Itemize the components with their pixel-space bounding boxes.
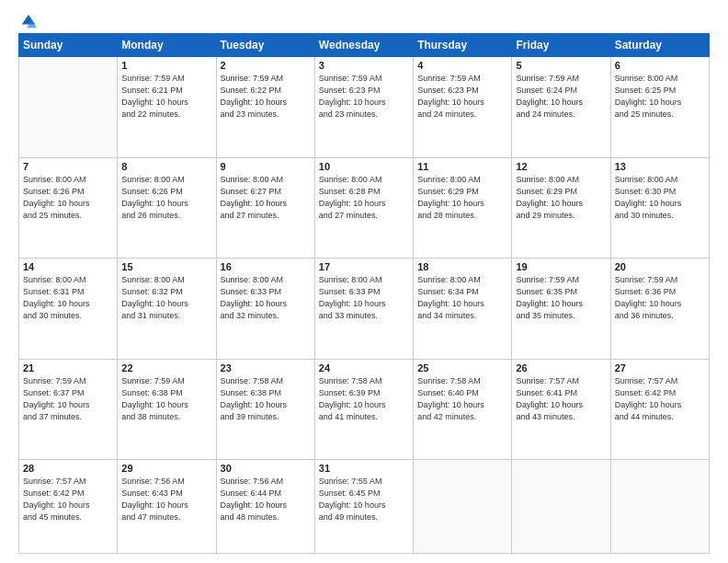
day-info: Sunrise: 7:59 AM Sunset: 6:21 PM Dayligh… xyxy=(121,73,211,121)
day-info: Sunrise: 8:00 AM Sunset: 6:29 PM Dayligh… xyxy=(516,174,606,222)
day-number: 8 xyxy=(121,161,211,172)
calendar-week-0: 1Sunrise: 7:59 AM Sunset: 6:21 PM Daylig… xyxy=(19,57,710,158)
day-info: Sunrise: 7:56 AM Sunset: 6:44 PM Dayligh… xyxy=(221,476,311,523)
calendar-cell: 24Sunrise: 7:58 AM Sunset: 6:39 PM Dayli… xyxy=(314,359,413,460)
logo-icon xyxy=(20,13,37,29)
day-info: Sunrise: 8:00 AM Sunset: 6:25 PM Dayligh… xyxy=(615,73,705,121)
calendar-cell: 4Sunrise: 7:59 AM Sunset: 6:23 PM Daylig… xyxy=(414,57,512,158)
calendar-cell: 17Sunrise: 8:00 AM Sunset: 6:33 PM Dayli… xyxy=(314,259,413,360)
day-info: Sunrise: 7:59 AM Sunset: 6:37 PM Dayligh… xyxy=(23,375,113,423)
page: SundayMondayTuesdayWednesdayThursdayFrid… xyxy=(0,0,728,563)
col-header-saturday: Saturday xyxy=(610,34,709,57)
day-info: Sunrise: 7:57 AM Sunset: 6:41 PM Dayligh… xyxy=(516,375,606,423)
day-info: Sunrise: 7:59 AM Sunset: 6:24 PM Dayligh… xyxy=(516,73,606,121)
col-header-monday: Monday xyxy=(118,34,216,57)
day-number: 21 xyxy=(23,362,113,373)
calendar-cell: 22Sunrise: 7:59 AM Sunset: 6:38 PM Dayli… xyxy=(118,359,216,460)
day-info: Sunrise: 7:58 AM Sunset: 6:40 PM Dayligh… xyxy=(417,375,507,423)
day-info: Sunrise: 8:00 AM Sunset: 6:31 PM Dayligh… xyxy=(23,274,113,322)
day-number: 10 xyxy=(319,161,409,172)
calendar-cell: 20Sunrise: 7:59 AM Sunset: 6:36 PM Dayli… xyxy=(610,259,709,360)
day-info: Sunrise: 7:56 AM Sunset: 6:43 PM Dayligh… xyxy=(121,476,211,523)
day-number: 5 xyxy=(516,60,606,71)
day-info: Sunrise: 7:59 AM Sunset: 6:36 PM Dayligh… xyxy=(615,274,705,322)
day-info: Sunrise: 8:00 AM Sunset: 6:32 PM Dayligh… xyxy=(121,274,211,322)
calendar-cell: 23Sunrise: 7:58 AM Sunset: 6:38 PM Dayli… xyxy=(216,359,314,460)
day-info: Sunrise: 7:57 AM Sunset: 6:42 PM Dayligh… xyxy=(615,375,705,423)
day-info: Sunrise: 8:00 AM Sunset: 6:29 PM Dayligh… xyxy=(417,174,507,222)
calendar-cell: 6Sunrise: 8:00 AM Sunset: 6:25 PM Daylig… xyxy=(610,57,709,158)
col-header-tuesday: Tuesday xyxy=(216,34,314,57)
calendar-cell xyxy=(19,57,118,158)
day-number: 19 xyxy=(516,261,606,272)
day-info: Sunrise: 8:00 AM Sunset: 6:30 PM Dayligh… xyxy=(615,174,705,222)
day-number: 17 xyxy=(319,261,409,272)
day-info: Sunrise: 7:59 AM Sunset: 6:23 PM Dayligh… xyxy=(319,73,409,121)
day-info: Sunrise: 8:00 AM Sunset: 6:34 PM Dayligh… xyxy=(417,274,507,322)
day-number: 2 xyxy=(221,60,311,71)
logo xyxy=(18,17,37,24)
calendar-cell: 9Sunrise: 8:00 AM Sunset: 6:27 PM Daylig… xyxy=(216,157,314,259)
col-header-wednesday: Wednesday xyxy=(314,34,413,57)
calendar-cell: 1Sunrise: 7:59 AM Sunset: 6:21 PM Daylig… xyxy=(118,57,216,158)
day-number: 25 xyxy=(417,362,507,373)
day-number: 31 xyxy=(319,463,409,474)
day-number: 27 xyxy=(615,362,705,373)
calendar-cell: 31Sunrise: 7:55 AM Sunset: 6:45 PM Dayli… xyxy=(314,460,413,554)
calendar-cell: 30Sunrise: 7:56 AM Sunset: 6:44 PM Dayli… xyxy=(216,460,314,554)
day-info: Sunrise: 8:00 AM Sunset: 6:27 PM Dayligh… xyxy=(221,174,311,222)
day-number: 7 xyxy=(23,161,113,172)
day-number: 22 xyxy=(121,362,211,373)
day-number: 26 xyxy=(516,362,606,373)
day-info: Sunrise: 7:58 AM Sunset: 6:39 PM Dayligh… xyxy=(319,375,409,423)
day-info: Sunrise: 8:00 AM Sunset: 6:26 PM Dayligh… xyxy=(121,174,211,222)
calendar-cell: 21Sunrise: 7:59 AM Sunset: 6:37 PM Dayli… xyxy=(19,359,118,460)
calendar-cell: 10Sunrise: 8:00 AM Sunset: 6:28 PM Dayli… xyxy=(314,157,413,259)
day-info: Sunrise: 8:00 AM Sunset: 6:28 PM Dayligh… xyxy=(319,174,409,222)
calendar-cell: 28Sunrise: 7:57 AM Sunset: 6:42 PM Dayli… xyxy=(19,460,118,554)
col-header-thursday: Thursday xyxy=(414,34,512,57)
day-number: 9 xyxy=(221,161,311,172)
day-info: Sunrise: 8:00 AM Sunset: 6:33 PM Dayligh… xyxy=(319,274,409,322)
col-header-sunday: Sunday xyxy=(19,34,118,57)
day-number: 14 xyxy=(23,261,113,272)
calendar-cell: 13Sunrise: 8:00 AM Sunset: 6:30 PM Dayli… xyxy=(610,157,709,259)
calendar-cell: 3Sunrise: 7:59 AM Sunset: 6:23 PM Daylig… xyxy=(314,57,413,158)
calendar-cell xyxy=(610,460,709,554)
day-number: 12 xyxy=(516,161,606,172)
calendar: SundayMondayTuesdayWednesdayThursdayFrid… xyxy=(18,33,710,554)
day-number: 28 xyxy=(23,463,113,474)
header xyxy=(18,17,710,24)
day-info: Sunrise: 7:57 AM Sunset: 6:42 PM Dayligh… xyxy=(23,476,113,523)
calendar-cell: 18Sunrise: 8:00 AM Sunset: 6:34 PM Dayli… xyxy=(414,259,512,360)
day-info: Sunrise: 7:59 AM Sunset: 6:22 PM Dayligh… xyxy=(221,73,311,121)
calendar-week-3: 21Sunrise: 7:59 AM Sunset: 6:37 PM Dayli… xyxy=(19,359,710,460)
day-number: 13 xyxy=(615,161,705,172)
day-number: 15 xyxy=(121,261,211,272)
day-number: 18 xyxy=(417,261,507,272)
day-number: 20 xyxy=(615,261,705,272)
day-number: 30 xyxy=(221,463,311,474)
day-info: Sunrise: 8:00 AM Sunset: 6:33 PM Dayligh… xyxy=(221,274,311,322)
calendar-cell: 7Sunrise: 8:00 AM Sunset: 6:26 PM Daylig… xyxy=(19,157,118,259)
calendar-week-2: 14Sunrise: 8:00 AM Sunset: 6:31 PM Dayli… xyxy=(19,259,710,360)
day-number: 16 xyxy=(221,261,311,272)
day-number: 24 xyxy=(319,362,409,373)
calendar-cell: 11Sunrise: 8:00 AM Sunset: 6:29 PM Dayli… xyxy=(414,157,512,259)
day-info: Sunrise: 7:59 AM Sunset: 6:23 PM Dayligh… xyxy=(417,73,507,121)
calendar-week-1: 7Sunrise: 8:00 AM Sunset: 6:26 PM Daylig… xyxy=(19,157,710,259)
day-number: 3 xyxy=(319,60,409,71)
calendar-cell: 2Sunrise: 7:59 AM Sunset: 6:22 PM Daylig… xyxy=(216,57,314,158)
day-info: Sunrise: 7:59 AM Sunset: 6:35 PM Dayligh… xyxy=(516,274,606,322)
day-number: 4 xyxy=(417,60,507,71)
calendar-cell: 5Sunrise: 7:59 AM Sunset: 6:24 PM Daylig… xyxy=(512,57,610,158)
calendar-cell: 15Sunrise: 8:00 AM Sunset: 6:32 PM Dayli… xyxy=(118,259,216,360)
calendar-week-4: 28Sunrise: 7:57 AM Sunset: 6:42 PM Dayli… xyxy=(19,460,710,554)
calendar-cell: 25Sunrise: 7:58 AM Sunset: 6:40 PM Dayli… xyxy=(414,359,512,460)
col-header-friday: Friday xyxy=(512,34,610,57)
day-info: Sunrise: 7:55 AM Sunset: 6:45 PM Dayligh… xyxy=(319,476,409,523)
calendar-cell: 19Sunrise: 7:59 AM Sunset: 6:35 PM Dayli… xyxy=(512,259,610,360)
day-number: 6 xyxy=(615,60,705,71)
calendar-cell: 14Sunrise: 8:00 AM Sunset: 6:31 PM Dayli… xyxy=(19,259,118,360)
calendar-cell xyxy=(414,460,512,554)
